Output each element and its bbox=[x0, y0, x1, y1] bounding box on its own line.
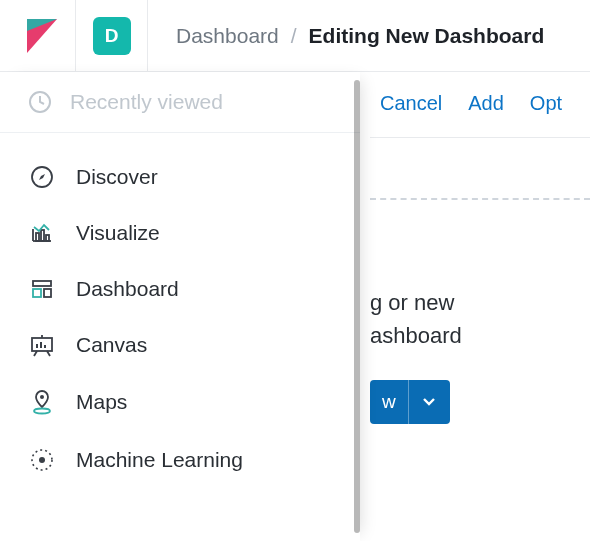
breadcrumb-current: Editing New Dashboard bbox=[309, 24, 545, 48]
toolbar-actions: Cancel Add Opt bbox=[370, 92, 590, 138]
placeholder-line1: g or new bbox=[370, 290, 454, 315]
breadcrumb-separator: / bbox=[291, 24, 297, 48]
sidebar-item-dashboard[interactable]: Dashboard bbox=[0, 261, 360, 317]
svg-point-16 bbox=[34, 409, 50, 414]
svg-point-15 bbox=[40, 395, 44, 399]
sidebar-item-label: Machine Learning bbox=[76, 448, 243, 472]
sidebar-item-label: Dashboard bbox=[76, 277, 179, 301]
options-link[interactable]: Opt bbox=[530, 92, 562, 115]
sidebar-item-label: Discover bbox=[76, 165, 158, 189]
app-header: D Dashboard / Editing New Dashboard bbox=[0, 0, 590, 72]
empty-dashboard-placeholder: g or new ashboard w bbox=[370, 198, 590, 424]
clock-icon bbox=[28, 90, 52, 114]
svg-rect-12 bbox=[36, 344, 38, 348]
create-new-button[interactable]: w bbox=[370, 380, 450, 424]
placeholder-text: g or new ashboard bbox=[370, 286, 590, 352]
svg-rect-14 bbox=[44, 345, 46, 348]
main-content: Cancel Add Opt g or new ashboard w bbox=[370, 72, 590, 541]
svg-rect-9 bbox=[33, 289, 41, 297]
svg-rect-6 bbox=[41, 230, 44, 241]
nav-list: Discover Visualize bbox=[0, 133, 360, 505]
svg-rect-7 bbox=[46, 235, 49, 241]
nav-sidebar: Recently viewed Discover bbox=[0, 72, 360, 541]
breadcrumb-parent[interactable]: Dashboard bbox=[176, 24, 279, 48]
svg-point-18 bbox=[39, 457, 45, 463]
space-letter: D bbox=[105, 25, 119, 47]
svg-rect-8 bbox=[33, 281, 51, 286]
svg-rect-10 bbox=[44, 289, 51, 297]
sidebar-item-canvas[interactable]: Canvas bbox=[0, 317, 360, 373]
app-logo[interactable] bbox=[8, 0, 76, 72]
recently-viewed-label: Recently viewed bbox=[70, 90, 223, 114]
dashboard-icon bbox=[28, 277, 56, 301]
kibana-logo-icon bbox=[27, 19, 57, 53]
sidebar-item-discover[interactable]: Discover bbox=[0, 149, 360, 205]
map-pin-icon bbox=[28, 389, 56, 415]
sidebar-item-machine-learning[interactable]: Machine Learning bbox=[0, 431, 360, 489]
svg-marker-4 bbox=[39, 174, 45, 180]
svg-rect-5 bbox=[36, 233, 39, 241]
sidebar-item-label: Maps bbox=[76, 390, 127, 414]
app-body: Recently viewed Discover bbox=[0, 72, 590, 541]
ml-icon bbox=[28, 447, 56, 473]
chart-icon bbox=[28, 221, 56, 245]
space-selector[interactable]: D bbox=[76, 0, 148, 72]
svg-rect-13 bbox=[40, 342, 42, 348]
sidebar-scrollbar[interactable] bbox=[354, 80, 360, 533]
breadcrumb: Dashboard / Editing New Dashboard bbox=[148, 24, 544, 48]
sidebar-item-label: Visualize bbox=[76, 221, 160, 245]
placeholder-line2: ashboard bbox=[370, 323, 462, 348]
compass-icon bbox=[28, 165, 56, 189]
create-new-label: w bbox=[370, 391, 408, 413]
recently-viewed-section[interactable]: Recently viewed bbox=[0, 72, 360, 133]
chevron-down-icon[interactable] bbox=[408, 380, 450, 424]
canvas-icon bbox=[28, 333, 56, 357]
sidebar-item-label: Canvas bbox=[76, 333, 147, 357]
add-link[interactable]: Add bbox=[468, 92, 504, 115]
sidebar-item-visualize[interactable]: Visualize bbox=[0, 205, 360, 261]
cancel-link[interactable]: Cancel bbox=[380, 92, 442, 115]
sidebar-item-maps[interactable]: Maps bbox=[0, 373, 360, 431]
space-avatar: D bbox=[93, 17, 131, 55]
